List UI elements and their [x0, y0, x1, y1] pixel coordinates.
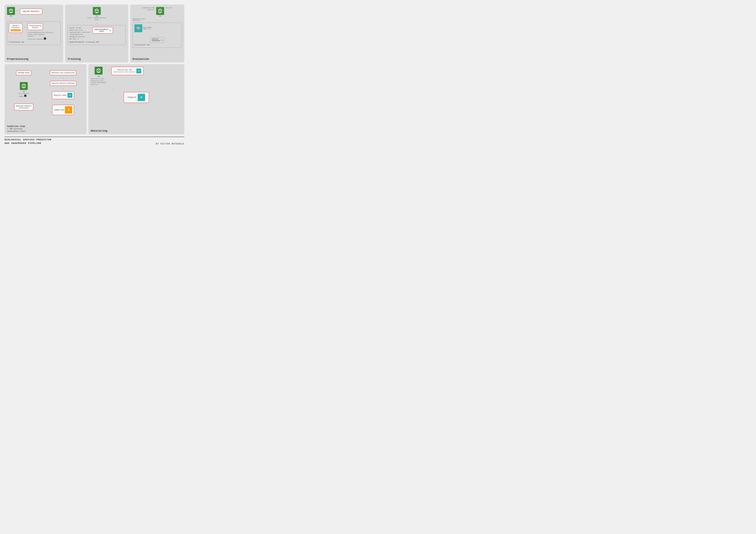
sklearn-logo: scikit-learn: [11, 29, 21, 31]
generate-test-predictions-node: Generate test predictions: [50, 70, 76, 75]
s3-icon-evaluation: [156, 7, 164, 15]
s3-icon-condition: [20, 82, 28, 90]
s3-sublabel-training: Train / Validation sets(CSV): [87, 17, 106, 21]
monitoring-section: S3 constraints.jsonstatistics.jsonTraffi…: [88, 64, 184, 134]
small-square-icon: [44, 38, 46, 39]
evaluation-section: evaluation.json(metrics) S3 Test set: [130, 5, 184, 63]
evaluation-job-label: Evaluation Job: [134, 44, 180, 46]
lambda-step-node: Lambda Step λ: [52, 105, 74, 115]
eval-json-label2: evaluation.json(metrics): [133, 18, 145, 21]
footer-author: BY ∇ICTOR MATEKOLE: [156, 143, 184, 145]
footer-right: BY ∇ICTOR MATEKOLE: [156, 142, 184, 145]
s3-label-condition: S3: [23, 90, 25, 92]
evaluation-job-box: 🧠 Best modeltop_k = 0 → PyTorchProcessor…: [133, 22, 182, 48]
s3-label-preprocessing: S3: [10, 15, 12, 17]
monitoring-label: Monitoring: [91, 129, 107, 133]
preprocessing-section: S3 ⟵ Upload datasets ↓ SKLearnProcessor …: [5, 5, 63, 63]
upload-datasets-node: Upload datasets: [20, 9, 42, 14]
arrow-sklearn-prep: →: [24, 26, 26, 28]
evaluation-label: Evaluation: [133, 58, 149, 61]
generate-quality-baseline-node: Generate Quality baseline: [50, 81, 76, 86]
s3-icon-training: [93, 7, 101, 15]
s3-label-training: S3: [96, 15, 98, 17]
output-text: train/validation/test sets(csv) scikit-l…: [27, 32, 53, 40]
train-params: epochs: 10-100 batch size: 8-16 learning…: [69, 27, 90, 40]
monitor-job-icon: ⚙️: [136, 68, 141, 73]
register-icon: ⚙️: [68, 93, 72, 98]
footer-left: BIOLOGICAL SPECIES PREDICTOR ΔWS SΔGEMAK…: [5, 138, 51, 145]
arrow-down-prep: ↓: [7, 18, 61, 21]
reload-icon-tuner: ↻: [110, 29, 111, 32]
processing-job-box: SKLearnProcessor scikit-learn → Preproce…: [7, 21, 61, 45]
processing-job-label: Processing Job: [9, 41, 59, 43]
preprocessing-label: Preprocessing: [7, 58, 28, 61]
condition-step-section: ↓ Package model ↓ S3: [5, 64, 87, 134]
arrow-down-package: ↓: [23, 77, 24, 80]
footer-title: BIOLOGICAL SPECIES PREDICTOR: [5, 138, 51, 142]
s3-label-evaluation: S3: [159, 15, 161, 17]
arrow-generate-test: ↓: [63, 77, 64, 79]
arrow-gen-quality: ↓: [63, 88, 64, 90]
small-square-json: [24, 95, 26, 97]
condition-label: Condition step> 70% accuracy(evaluation.…: [7, 125, 26, 133]
s3-label-monitoring: S3: [98, 75, 100, 77]
package-model-node: Package model: [16, 70, 32, 75]
s3-icon-monitoring: [94, 67, 102, 75]
monitoring-job-sublabel: Model Quality Data Quality: [114, 71, 135, 73]
hyperparameter-job-label: HyperParameter training Job: [69, 41, 124, 43]
arrow-top-condition: ↓: [7, 67, 84, 70]
arrow-down-monitor: ↓: [91, 88, 182, 90]
hyperparameter-job-box: epochs: 10-100 batch size: 8-16 learning…: [68, 25, 126, 45]
lambda-icon: λ: [65, 106, 72, 114]
endpoint-node: Endpoint ⚙️: [124, 92, 149, 103]
best-model-label: 🧠 Best modeltop_k = 0: [134, 24, 151, 32]
register-model-node: Register model ⚙️: [52, 91, 74, 99]
footer-subtitle: ΔWS SΔGEMAKER PIPELINE: [5, 142, 51, 145]
arrow-bestmodel: →: [157, 34, 158, 36]
bottom-row: ↓ Package model ↓ S3: [5, 64, 184, 134]
training-section: S3 Train / Validation sets(CSV) ↓ epochs…: [65, 5, 128, 63]
deployed-endpoint-node: Deployed endpoint(Inference): [14, 104, 33, 111]
eval-json-label1: evaluation.json(metrics): [142, 7, 155, 11]
monitoring-job-node: Monitoring Job Model Quality Data Qualit…: [111, 67, 144, 75]
training-label: Training: [68, 58, 81, 61]
test-baseline-label: test baseline(JSON): [18, 93, 29, 97]
preprocessing-outputs-node: Preprocessingoutputs: [27, 23, 43, 30]
main-container: S3 ⟵ Upload datasets ↓ SKLearnProcessor …: [3, 3, 186, 147]
s3-icon-preprocessing: [7, 7, 15, 15]
pytorch-box: PyTorchProcessor ↻: [150, 37, 164, 43]
hypertuner-node: HyperParameterTuner ↻: [92, 27, 113, 34]
arrow-s3-monitor: →: [108, 69, 110, 72]
arrow-register: ↓: [63, 101, 64, 103]
endpoint-icon: ⚙️: [138, 94, 145, 101]
top-row: S3 ⟵ Upload datasets ↓ SKLearnProcessor …: [5, 5, 184, 63]
arrow-s3-upload: ⟵: [17, 9, 18, 12]
monitoring-s3-subtext: constraints.jsonstatistics.jsonTraffic d…: [91, 78, 106, 86]
arrow-down-train: ↓: [68, 22, 126, 24]
footer: BIOLOGICAL SPECIES PREDICTOR ΔWS SΔGEMAK…: [5, 137, 184, 145]
sklearn-node: SKLearnProcessor scikit-learn: [9, 23, 22, 33]
reload-icon-pytorch: ↻: [161, 38, 163, 41]
brain-icon: 🧠: [134, 24, 142, 32]
test-set-label: Test set: [166, 7, 172, 9]
